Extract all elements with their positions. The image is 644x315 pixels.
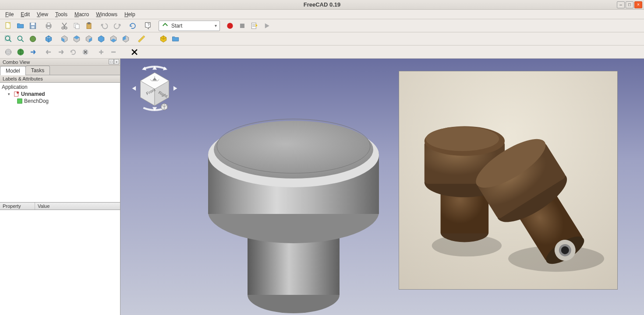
tree-document[interactable]: ▾ Unnamed <box>2 91 118 98</box>
new-file-button[interactable] <box>3 20 14 32</box>
document-name-label: Unnamed <box>21 91 45 97</box>
titlebar: FreeCAD 0.19 – □ × <box>0 0 644 10</box>
menu-help[interactable]: Help <box>121 10 139 18</box>
script-icon <box>17 98 23 104</box>
labels-attributes-header: Labels & Attributes <box>0 75 120 83</box>
menu-windows[interactable]: Windows <box>92 10 121 18</box>
svg-rect-6 <box>47 27 50 28</box>
redo-button[interactable] <box>111 20 123 32</box>
paste-button[interactable] <box>83 20 95 32</box>
svg-point-8 <box>65 27 67 29</box>
draw-style-button[interactable] <box>27 33 39 45</box>
menu-tools[interactable]: Tools <box>52 10 71 18</box>
open-website-button[interactable] <box>15 46 26 58</box>
undo-button[interactable] <box>99 20 110 32</box>
right-view-button[interactable] <box>83 33 95 45</box>
print-button[interactable] <box>43 20 54 32</box>
browser-stop-button[interactable] <box>80 46 91 58</box>
browser-next-button[interactable] <box>27 46 39 58</box>
combo-view-tabs: Model Tasks <box>0 66 120 75</box>
combo-view-header: Combo View □ × <box>0 59 120 66</box>
measure-distance-button[interactable] <box>136 33 147 45</box>
close-button[interactable]: × <box>634 1 642 8</box>
property-header: Property Value <box>0 202 120 210</box>
open-file-button[interactable] <box>15 20 26 32</box>
combo-view-panel: Combo View □ × Model Tasks Labels & Attr… <box>0 59 120 315</box>
whats-this-button[interactable]: ? <box>143 20 154 32</box>
browser-next-page-button[interactable] <box>55 46 67 58</box>
rear-view-button[interactable] <box>96 33 107 45</box>
navcube-reset-button[interactable] <box>160 102 169 111</box>
copy-button[interactable] <box>71 20 82 32</box>
browser-refresh-button[interactable] <box>67 46 79 58</box>
macro-stop-button[interactable] <box>237 20 248 32</box>
svg-point-44 <box>426 126 499 151</box>
top-view-button[interactable] <box>71 33 82 45</box>
menu-file[interactable]: File <box>2 10 17 18</box>
bottom-view-button[interactable] <box>108 33 119 45</box>
maximize-button[interactable]: □ <box>626 1 633 8</box>
svg-rect-10 <box>76 24 79 28</box>
fit-selection-button[interactable] <box>15 33 26 45</box>
tree-item-benchdog[interactable]: BenchDog <box>2 98 118 105</box>
reference-image-panel <box>399 71 618 290</box>
macro-execute-button[interactable] <box>261 20 272 32</box>
zoom-in-button[interactable] <box>96 46 107 58</box>
svg-rect-5 <box>47 23 50 25</box>
toolbar-view <box>0 32 644 46</box>
tree-application[interactable]: Application <box>2 84 118 91</box>
minimize-button[interactable]: – <box>617 1 625 8</box>
svg-point-7 <box>62 27 64 29</box>
browser-prev-page-button[interactable] <box>43 46 54 58</box>
caret-down-icon[interactable]: ▾ <box>8 92 12 96</box>
svg-point-14 <box>227 23 233 28</box>
set-url-button[interactable] <box>3 46 14 58</box>
tab-tasks[interactable]: Tasks <box>25 66 50 75</box>
workbench-selector[interactable]: Start <box>159 21 220 31</box>
model-tree[interactable]: Application ▾ Unnamed BenchDog <box>0 83 120 202</box>
window-title: FreeCAD 0.19 <box>304 1 341 8</box>
svg-point-20 <box>30 36 35 42</box>
zoom-out-button[interactable] <box>108 46 119 58</box>
save-file-button[interactable] <box>27 20 39 32</box>
svg-point-21 <box>5 49 11 55</box>
tree-item-label: BenchDog <box>24 98 49 104</box>
svg-rect-16 <box>251 23 256 28</box>
group-button[interactable] <box>170 33 181 45</box>
toolbar-file: ? Start <box>0 19 644 32</box>
front-view-button[interactable] <box>59 33 70 45</box>
navigation-cube[interactable]: Front Right <box>128 62 181 115</box>
macro-list-button[interactable] <box>249 20 260 32</box>
part-button[interactable] <box>158 33 169 45</box>
application-label: Application <box>2 84 28 90</box>
panel-close-button[interactable]: × <box>114 59 119 64</box>
main-area: Combo View □ × Model Tasks Labels & Attr… <box>0 59 644 315</box>
document-icon <box>14 91 20 97</box>
3d-viewport[interactable]: Front Right <box>120 59 644 315</box>
svg-rect-2 <box>31 23 35 25</box>
workbench-selected-label: Start <box>171 23 182 29</box>
model-benchdog[interactable] <box>177 85 410 315</box>
macro-record-button[interactable] <box>224 20 236 32</box>
svg-point-26 <box>17 91 19 94</box>
fit-all-button[interactable] <box>3 33 14 45</box>
panel-float-button[interactable]: □ <box>109 59 114 64</box>
menubar: File Edit View Tools Macro Windows Help <box>0 10 644 19</box>
isometric-view-button[interactable] <box>43 33 54 45</box>
tab-model[interactable]: Model <box>0 66 26 75</box>
svg-rect-12 <box>88 22 90 24</box>
cut-button[interactable] <box>59 20 70 32</box>
svg-text:?: ? <box>148 22 150 27</box>
value-column-header[interactable]: Value <box>35 203 52 210</box>
svg-rect-27 <box>18 99 22 104</box>
refresh-button[interactable] <box>127 20 138 32</box>
combo-view-title: Combo View <box>3 60 30 65</box>
property-column-header[interactable]: Property <box>0 203 35 210</box>
menu-macro[interactable]: Macro <box>71 10 92 18</box>
svg-rect-15 <box>240 24 244 28</box>
menu-view[interactable]: View <box>33 10 52 18</box>
left-view-button[interactable] <box>120 33 131 45</box>
browser-close-button[interactable] <box>130 46 139 58</box>
property-area <box>0 210 120 315</box>
menu-edit[interactable]: Edit <box>17 10 33 18</box>
